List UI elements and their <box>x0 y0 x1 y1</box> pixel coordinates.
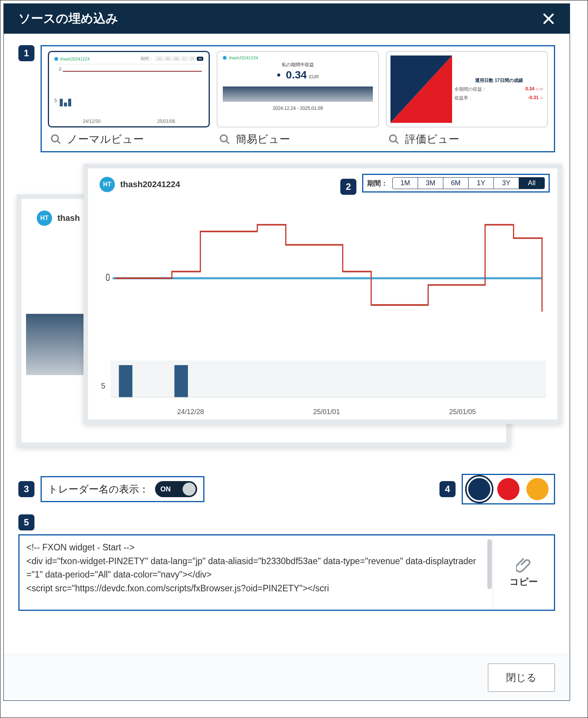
view-thumb-eval: 運用日数 17日間の成績 全期間の収益： 0.34EUR 収益率： -0.31% <box>386 51 548 127</box>
avatar: HT <box>37 211 52 226</box>
avatar: HT <box>100 177 115 192</box>
view-normal-label: ノーマルビュー <box>67 132 144 147</box>
period-segmented: 1M 3M 6M 1Y 3Y All <box>392 177 545 189</box>
volume-bar-chart <box>111 361 546 406</box>
view-simple-label: 簡易ビュー <box>236 132 290 147</box>
thumb-simple-range: 2024.12.24 - 2025.01.09 <box>223 106 372 111</box>
preview-area: HT thash HT thash20241224 2 <box>18 164 555 459</box>
step-badge-1: 1 <box>18 45 34 61</box>
trader-name-toggle-box: トレーダー名の表示： ON <box>41 476 204 502</box>
view-eval-label: 評価ビュー <box>405 132 459 147</box>
close-button[interactable]: 閉じる <box>488 663 555 692</box>
color-picker <box>462 474 555 504</box>
thumb-normal-periods: 1M 3M 6M 1Y 3Y All <box>155 57 203 61</box>
view-thumb-simple: thash20241224 私の期間中収益 • 0.34EUR 2024.12.… <box>217 51 379 127</box>
revenue-line-chart: 0 <box>100 196 546 361</box>
period-3y[interactable]: 3Y <box>494 178 519 189</box>
modal-header: ソースの埋め込み <box>4 4 570 34</box>
thumb-simple-value: • 0.34EUR <box>223 69 372 81</box>
thumb-normal-trader: thash20241224 <box>60 57 90 61</box>
trader-name: thash20241224 <box>120 180 180 189</box>
thumb-eval-r2-unit: % <box>540 96 543 100</box>
svg-rect-5 <box>175 365 188 397</box>
period-3m[interactable]: 3M <box>418 178 443 189</box>
view-option-normal[interactable]: thash20241224 期間： 1M 3M 6M 1Y 3Y All <box>48 51 210 148</box>
xlabel-0: 24/12/28 <box>122 408 258 416</box>
thumb-normal-date-0: 24/12/30 <box>83 119 101 124</box>
thumb-normal-date-1: 25/01/06 <box>157 119 175 124</box>
step-badge-4: 4 <box>439 481 456 497</box>
trader-name-back: thash <box>57 213 80 223</box>
thumb-eval-r1-label: 全期間の収益： <box>454 86 487 93</box>
embed-code-box: <!-- FXON widget - Start --> <div id="fx… <box>18 534 555 611</box>
thumb-simple-title: 私の期間中収益 <box>223 62 372 68</box>
color-swatch-red[interactable] <box>497 478 519 500</box>
view-thumb-normal: thash20241224 期間： 1M 3M 6M 1Y 3Y All <box>48 51 210 127</box>
copy-button[interactable]: コピー <box>493 535 554 610</box>
color-swatch-orange[interactable] <box>526 478 549 500</box>
period-6m[interactable]: 6M <box>443 178 469 189</box>
step-badge-5: 5 <box>18 514 34 530</box>
x-axis-labels: 24/12/28 25/01/01 25/01/05 <box>100 406 546 416</box>
xlabel-2: 25/01/05 <box>395 408 531 416</box>
embed-source-modal: ソースの埋め込み 1 thash20241224 <box>3 3 570 701</box>
svg-point-2 <box>389 135 396 142</box>
modal-footer: 閉じる <box>4 654 570 700</box>
period-selector: 2 期間： 1M 3M 6M 1Y 3Y All <box>362 174 550 193</box>
period-1m[interactable]: 1M <box>393 178 418 189</box>
code-scrollbar[interactable] <box>487 535 493 610</box>
svg-rect-4 <box>119 365 132 397</box>
magnifier-icon[interactable] <box>50 134 62 145</box>
view-option-simple[interactable]: thash20241224 私の期間中収益 • 0.34EUR 2024.12.… <box>217 51 379 148</box>
trader-name-toggle[interactable]: ON <box>155 481 197 497</box>
magnifier-icon[interactable] <box>388 134 400 145</box>
period-1y[interactable]: 1Y <box>469 178 494 189</box>
paperclip-icon <box>516 557 531 573</box>
period-all[interactable]: All <box>519 178 544 189</box>
period-label: 期間： <box>367 179 388 188</box>
thumb-eval-r2-val: -0.31 <box>528 95 539 100</box>
xlabel-1: 25/01/01 <box>258 408 394 416</box>
magnifier-icon[interactable] <box>219 134 230 145</box>
y-axis-zero: 0 <box>106 272 110 283</box>
trader-toggle-label: トレーダー名の表示： <box>48 483 149 496</box>
toggle-state: ON <box>160 485 171 493</box>
view-selector: thash20241224 期間： 1M 3M 6M 1Y 3Y All <box>41 45 555 152</box>
thumb-normal-period-label: 期間： <box>140 56 153 62</box>
svg-point-0 <box>52 135 59 142</box>
vol-axis-5: 5 <box>101 382 105 390</box>
toggle-knob <box>183 483 196 496</box>
step-badge-2: 2 <box>340 179 356 195</box>
view-option-eval[interactable]: 運用日数 17日間の成績 全期間の収益： 0.34EUR 収益率： -0.31% <box>386 51 548 148</box>
close-icon[interactable] <box>542 12 555 25</box>
thumb-eval-r1-val: 0.34 <box>526 86 534 91</box>
preview-panel-front: HT thash20241224 2 期間： 1M 3M 6M 1Y 3 <box>83 164 562 424</box>
step-badge-3: 3 <box>18 481 34 497</box>
thumb-eval-head: 運用日数 17日間の成績 <box>454 77 543 84</box>
embed-code-text[interactable]: <!-- FXON widget - Start --> <div id="fx… <box>20 535 487 610</box>
modal-title: ソースの埋め込み <box>18 10 118 27</box>
svg-point-1 <box>220 135 227 142</box>
color-swatch-navy[interactable] <box>468 478 490 500</box>
thumb-simple-trader: thash20241224 <box>229 55 258 60</box>
copy-label: コピー <box>510 576 538 588</box>
thumb-eval-r1-unit: EUR <box>536 87 543 91</box>
series-line <box>115 225 542 312</box>
thumb-eval-r2-label: 収益率： <box>454 95 473 101</box>
